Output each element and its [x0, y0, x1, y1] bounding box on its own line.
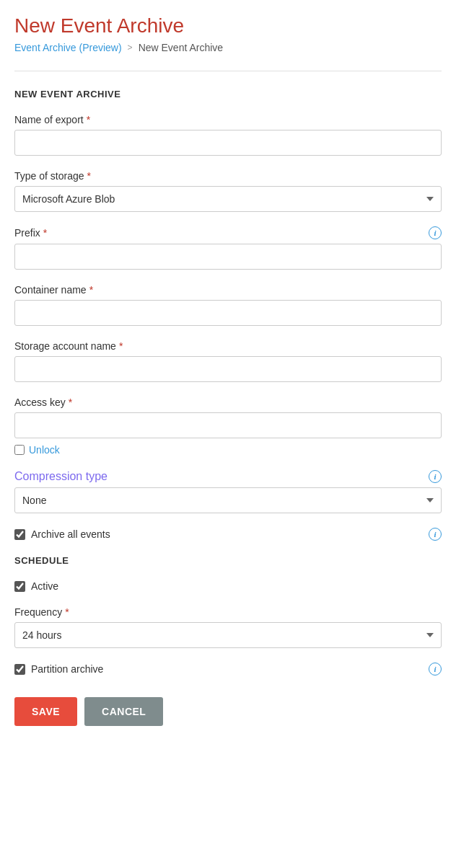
page-title: New Event Archive: [14, 14, 442, 37]
cancel-button[interactable]: CANCEL: [84, 697, 163, 726]
frequency-select[interactable]: 1 hour 6 hours 12 hours 24 hours 48 hour…: [14, 622, 442, 648]
active-label[interactable]: Active: [31, 580, 58, 592]
breadcrumb-current: New Event Archive: [139, 42, 224, 53]
partition-archive-checkbox[interactable]: [14, 664, 25, 675]
compression-type-label-row: Compression type i: [14, 470, 442, 483]
schedule-section-header: SCHEDULE: [14, 555, 442, 566]
storage-account-name-group: Storage account name *: [14, 340, 442, 382]
page-container: New Event Archive Event Archive (Preview…: [0, 0, 456, 755]
archive-all-events-checkbox[interactable]: [14, 529, 25, 540]
prefix-info-icon[interactable]: i: [429, 226, 442, 239]
unlock-row: Unlock: [14, 444, 442, 456]
name-required-star: *: [87, 114, 90, 125]
frequency-required-star: *: [65, 606, 69, 618]
breadcrumb-link[interactable]: Event Archive (Preview): [14, 42, 122, 53]
access-key-required-star: *: [69, 397, 72, 408]
access-key-input[interactable]: [14, 412, 442, 438]
type-of-storage-select[interactable]: Microsoft Azure Blob Amazon S3 Google Cl…: [14, 186, 442, 212]
type-of-storage-label: Type of storage *: [14, 170, 442, 182]
button-row: SAVE CANCEL: [14, 697, 442, 726]
container-name-group: Container name *: [14, 284, 442, 326]
prefix-group: Prefix * i: [14, 226, 442, 270]
name-of-export-input[interactable]: [14, 130, 442, 156]
type-of-storage-group: Type of storage * Microsoft Azure Blob A…: [14, 170, 442, 212]
partition-archive-label[interactable]: Partition archive: [31, 663, 103, 675]
compression-type-label: Compression type: [14, 470, 108, 483]
archive-all-events-label[interactable]: Archive all events: [31, 528, 110, 540]
access-key-label: Access key *: [14, 397, 442, 408]
prefix-input[interactable]: [14, 244, 442, 270]
storage-account-name-label: Storage account name *: [14, 340, 442, 352]
container-name-input[interactable]: [14, 300, 442, 326]
compression-type-select[interactable]: None Gzip Zip: [14, 487, 442, 513]
storage-required-star: *: [87, 170, 91, 182]
frequency-group: Frequency * 1 hour 6 hours 12 hours 24 h…: [14, 606, 442, 648]
active-row: Active: [14, 580, 442, 592]
compression-info-icon[interactable]: i: [429, 470, 442, 483]
archive-all-events-info-icon[interactable]: i: [429, 528, 442, 541]
compression-type-group: Compression type i None Gzip Zip: [14, 470, 442, 513]
save-button[interactable]: SAVE: [14, 697, 77, 726]
partition-archive-row: Partition archive i: [14, 663, 442, 676]
breadcrumb: Event Archive (Preview) > New Event Arch…: [14, 42, 442, 53]
name-of-export-group: Name of export *: [14, 114, 442, 156]
breadcrumb-separator: >: [128, 43, 133, 53]
active-checkbox[interactable]: [14, 581, 25, 592]
archive-all-events-row: Archive all events i: [14, 528, 442, 541]
form-section-header: NEW EVENT ARCHIVE: [14, 89, 442, 99]
prefix-label-row: Prefix * i: [14, 226, 442, 239]
access-key-group: Access key * Unlock: [14, 397, 442, 456]
unlock-label[interactable]: Unlock: [29, 444, 60, 456]
storage-account-required-star: *: [119, 340, 123, 352]
section-divider: [14, 71, 442, 71]
prefix-required-star: *: [43, 227, 47, 239]
container-name-label: Container name *: [14, 284, 442, 296]
schedule-section: SCHEDULE Active Frequency * 1 hour 6 hou…: [14, 555, 442, 676]
frequency-label: Frequency *: [14, 606, 442, 618]
prefix-label: Prefix *: [14, 227, 47, 239]
unlock-checkbox[interactable]: [14, 445, 25, 455]
storage-account-name-input[interactable]: [14, 356, 442, 382]
container-required-star: *: [89, 284, 93, 296]
name-of-export-label: Name of export *: [14, 114, 442, 125]
partition-archive-info-icon[interactable]: i: [429, 663, 442, 676]
